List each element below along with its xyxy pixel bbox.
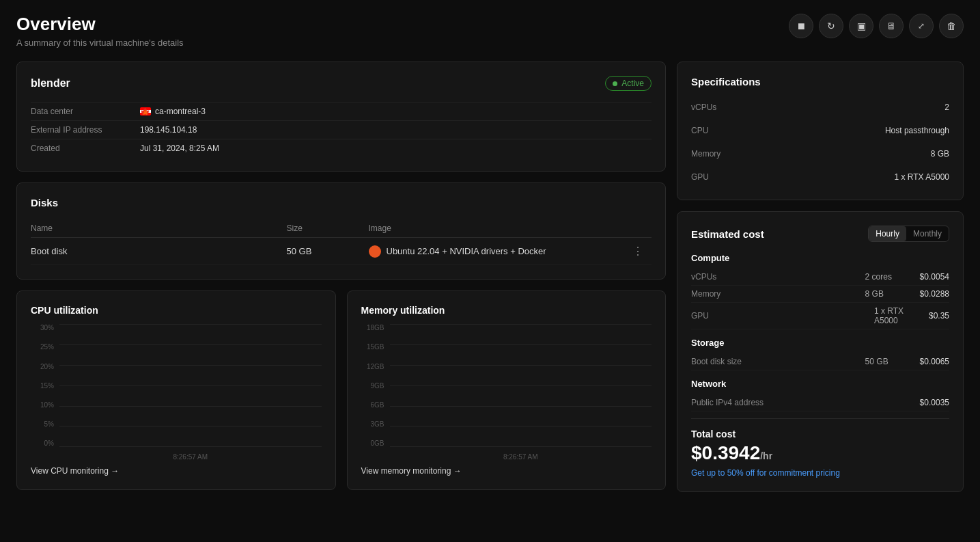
stop-button[interactable]: ⏹ xyxy=(789,14,813,38)
specs-grid: vCPUs 2 CPU Host passthrough Memory 8 GB… xyxy=(691,98,949,186)
cpu-y-label-10: 10% xyxy=(31,401,57,409)
disk-size: 50 GB xyxy=(287,246,369,256)
console-button[interactable]: ▣ xyxy=(849,14,873,38)
restart-button[interactable]: ↻ xyxy=(819,14,843,38)
discount-link[interactable]: Get up to 50% off for commitment pricing xyxy=(691,468,949,478)
resize-button[interactable]: ⤢ xyxy=(909,14,934,38)
specs-title: Specifications xyxy=(691,76,949,87)
mem-y-label-6: 6GB xyxy=(361,401,387,409)
memory-chart-plot xyxy=(390,324,652,447)
view-cpu-monitoring-link[interactable]: View CPU monitoring → xyxy=(31,466,322,476)
disk-options-button[interactable]: ⋮ xyxy=(624,245,652,258)
ip-label: External IP address xyxy=(31,125,140,135)
cpu-y-labels: 0% 5% 10% 15% 20% 25% 30% xyxy=(31,324,57,447)
disk-name: Boot disk xyxy=(31,246,287,256)
cost-row-ipv4: Public IPv4 address $0.0035 xyxy=(691,394,949,411)
cost-divider xyxy=(691,418,949,419)
monthly-toggle-button[interactable]: Monthly xyxy=(906,226,949,241)
spec-gpu-value: 1 x RTX A5000 xyxy=(820,168,949,186)
monitor-button[interactable]: 🖥 xyxy=(879,14,904,38)
disks-table-header: Name Size Image xyxy=(31,219,652,238)
cpu-y-label-5: 5% xyxy=(31,420,57,428)
cpu-x-label: 8:26:57 AM xyxy=(59,453,322,461)
cost-row-vcpus: vCPUs 2 cores $0.0054 xyxy=(691,269,949,286)
hourly-toggle-button[interactable]: Hourly xyxy=(869,226,906,241)
created-label: Created xyxy=(31,144,140,153)
cost-row-gpu: GPU 1 x RTX A5000 $0.35 xyxy=(691,303,949,329)
memory-chart-area: 0GB 3GB 6GB 9GB 12GB 15GB 18GB xyxy=(361,324,652,461)
mem-y-label-15: 15GB xyxy=(361,343,387,351)
cpu-y-label-20: 20% xyxy=(31,363,57,370)
canada-flag-icon: 🍁 xyxy=(140,107,151,116)
ip-row: External IP address 198.145.104.18 xyxy=(31,120,652,139)
toolbar: ⏹ ↻ ▣ 🖥 ⤢ 🗑 xyxy=(789,14,964,38)
memory-chart-title: Memory utilization xyxy=(361,305,652,316)
cpu-y-label-25: 25% xyxy=(31,343,57,351)
created-value: Jul 31, 2024, 8:25 AM xyxy=(140,144,219,153)
vm-name: blender xyxy=(31,77,70,90)
storage-section-title: Storage xyxy=(691,338,949,348)
table-row: Boot disk 50 GB Ubuntu 22.04 + NVIDIA dr… xyxy=(31,238,652,265)
data-center-value: 🍁 ca-montreal-3 xyxy=(140,107,206,116)
col-size: Size xyxy=(287,223,369,233)
spec-vcpus-value: 2 xyxy=(820,98,949,116)
compute-section-title: Compute xyxy=(691,253,949,263)
data-center-row: Data center 🍁 ca-montreal-3 xyxy=(31,102,652,120)
created-row: Created Jul 31, 2024, 8:25 AM xyxy=(31,139,652,157)
cost-row-boot-disk: Boot disk size 50 GB $0.0065 xyxy=(691,353,949,370)
cpu-y-label-15: 15% xyxy=(31,382,57,390)
vm-info-card: blender Active Data center 🍁 ca-montreal… xyxy=(16,62,666,172)
col-image: Image xyxy=(369,223,625,233)
cpu-chart-title: CPU utilization xyxy=(31,305,322,316)
cpu-chart-plot xyxy=(59,324,322,447)
charts-row: CPU utilization 0% 5% 10% 15% 20% 25% 30… xyxy=(16,290,666,490)
mem-y-label-3: 3GB xyxy=(361,420,387,428)
status-badge: Active xyxy=(605,76,652,91)
memory-x-label: 8:26:57 AM xyxy=(390,453,652,461)
cpu-y-label-30: 30% xyxy=(31,324,57,331)
page-subtitle: A summary of this virtual machine's deta… xyxy=(16,38,184,48)
total-cost-label: Total cost xyxy=(691,429,949,439)
mem-y-label-9: 9GB xyxy=(361,382,387,390)
estimated-cost-card: Estimated cost Hourly Monthly Compute vC… xyxy=(677,211,964,492)
billing-period-toggle: Hourly Monthly xyxy=(868,226,949,242)
cost-header: Estimated cost Hourly Monthly xyxy=(691,226,949,242)
cpu-chart-area: 0% 5% 10% 15% 20% 25% 30% xyxy=(31,324,322,461)
spec-gpu-label: GPU xyxy=(691,168,820,186)
specs-card: Specifications vCPUs 2 CPU Host passthro… xyxy=(677,62,964,200)
cost-row-memory: Memory 8 GB $0.0288 xyxy=(691,286,949,303)
col-name: Name xyxy=(31,223,287,233)
status-indicator xyxy=(613,81,617,86)
memory-y-labels: 0GB 3GB 6GB 9GB 12GB 15GB 18GB xyxy=(361,324,387,447)
cpu-y-label-0: 0% xyxy=(31,439,57,447)
network-section-title: Network xyxy=(691,379,949,389)
status-label: Active xyxy=(621,79,644,88)
disks-title: Disks xyxy=(31,197,652,208)
spec-memory-value: 8 GB xyxy=(820,145,949,163)
spec-vcpus-label: vCPUs xyxy=(691,98,820,116)
disks-card: Disks Name Size Image Boot disk 50 GB Ub… xyxy=(16,182,666,280)
ubuntu-icon xyxy=(369,245,381,258)
page-title: Overview xyxy=(16,14,184,35)
total-cost-unit: /hr xyxy=(760,450,772,461)
disk-image: Ubuntu 22.04 + NVIDIA drivers + Docker xyxy=(369,245,625,258)
memory-chart-card: Memory utilization 0GB 3GB 6GB 9GB 12GB … xyxy=(347,290,667,490)
delete-button[interactable]: 🗑 xyxy=(939,14,964,38)
spec-memory-label: Memory xyxy=(691,145,820,163)
spec-cpu-label: CPU xyxy=(691,122,820,139)
mem-y-label-0: 0GB xyxy=(361,439,387,447)
data-center-label: Data center xyxy=(31,107,140,116)
mem-y-label-18: 18GB xyxy=(361,324,387,331)
mem-y-label-12: 12GB xyxy=(361,363,387,370)
ip-value: 198.145.104.18 xyxy=(140,125,197,135)
spec-cpu-value: Host passthrough xyxy=(820,122,949,139)
total-cost-value: $0.3942/hr xyxy=(691,442,949,464)
cost-title: Estimated cost xyxy=(691,228,764,240)
view-memory-monitoring-link[interactable]: View memory monitoring → xyxy=(361,466,652,476)
cpu-chart-card: CPU utilization 0% 5% 10% 15% 20% 25% 30… xyxy=(16,290,336,490)
